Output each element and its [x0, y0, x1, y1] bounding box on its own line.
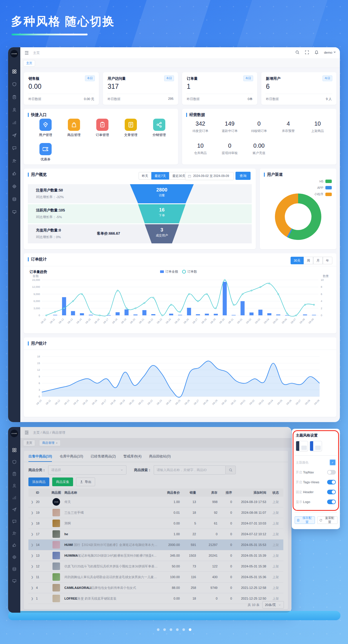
- chart-icon[interactable]: [12, 120, 17, 125]
- quick-entry-3[interactable]: 订单管理: [89, 119, 115, 137]
- tag-home[interactable]: 主页: [23, 440, 35, 446]
- app-logo[interactable]: crmeb: [10, 50, 18, 57]
- row-expand-icon[interactable]: ❯: [28, 597, 36, 600]
- carousel-dot-6[interactable]: [189, 628, 191, 631]
- export-button[interactable]: 导出: [76, 477, 95, 486]
- topnav-toggle[interactable]: [327, 470, 336, 475]
- save-config-button[interactable]: 保存配置: [295, 516, 315, 524]
- collapse-menu-icon[interactable]: [24, 430, 29, 435]
- shield-icon[interactable]: [12, 82, 17, 86]
- coins-icon[interactable]: [12, 567, 17, 571]
- theme-thumb-blue[interactable]: [310, 441, 322, 451]
- table-row[interactable]: ❯19三生三世手镯0.01189202024-08-06 11:07上架: [28, 507, 283, 518]
- coins-icon[interactable]: [12, 197, 17, 201]
- user-icon[interactable]: [12, 484, 17, 488]
- reset-config-button[interactable]: 重置配置: [317, 516, 338, 524]
- tab-in-stock[interactable]: 仓库中商品(10): [59, 451, 83, 462]
- carousel-dot-3[interactable]: [170, 628, 172, 631]
- range-month-button[interactable]: 月: [313, 257, 323, 264]
- row-expand-icon[interactable]: ❯: [28, 511, 36, 514]
- clipboard-icon[interactable]: [12, 472, 17, 476]
- close-icon[interactable]: ×: [56, 441, 57, 445]
- tagsviews-toggle[interactable]: [327, 480, 336, 484]
- carousel-dot-5[interactable]: [182, 628, 185, 631]
- quick-entry-1[interactable]: 用户管理: [32, 119, 59, 137]
- thumb-icon[interactable]: [12, 543, 17, 547]
- category-select[interactable]: 请选择: [48, 465, 126, 475]
- table-row[interactable]: ❯1LOFREE洛斐 奶茶无线蓝牙键鼠套装0.0018002021-12-25 …: [28, 593, 283, 604]
- row-expand-icon[interactable]: ❯: [28, 500, 36, 504]
- table-row[interactable]: ❯17he1.0022002024-07-12 10:12上架: [28, 529, 283, 540]
- userplus-icon[interactable]: [12, 531, 17, 536]
- breadcrumb-home[interactable]: 主页: [33, 431, 40, 434]
- quick-entry-4[interactable]: 文章管理: [118, 119, 144, 137]
- table-row[interactable]: ❯14HUWI 国行【2024款英特尔可选酷睿】金属笔记本电脑轻薄本大学生上..…: [28, 540, 283, 550]
- product-search-input[interactable]: [154, 465, 225, 475]
- monitor-icon[interactable]: [12, 210, 17, 214]
- collect-product-button[interactable]: 商品采集: [52, 477, 73, 486]
- chart-icon[interactable]: [12, 495, 17, 500]
- row-expand-icon[interactable]: ❯: [28, 576, 36, 579]
- table-row[interactable]: ❯20crmeb何天1.001399802024-08-19 17:53上架: [28, 497, 283, 507]
- breadcrumb[interactable]: 主页: [33, 51, 40, 55]
- show-logo-toggle[interactable]: [327, 500, 336, 504]
- carousel-dot-4[interactable]: [176, 628, 179, 631]
- theme-color-swatch[interactable]: ✓: [329, 459, 336, 466]
- range-week-button[interactable]: 周: [304, 257, 313, 264]
- search-icon[interactable]: [295, 50, 300, 55]
- quick-entry-5[interactable]: 分销管理: [146, 119, 172, 137]
- thumb-icon[interactable]: [12, 171, 17, 176]
- table-row[interactable]: ❯18测啊0.0056102024-07-31 10:03上架: [28, 518, 283, 529]
- breadcrumb[interactable]: 主页 / 商品 / 商品管理: [33, 430, 65, 435]
- search-button[interactable]: [225, 466, 236, 474]
- plane-icon[interactable]: [12, 507, 17, 512]
- range-year-button[interactable]: 年: [323, 257, 332, 264]
- carousel-dot-2[interactable]: [163, 628, 166, 631]
- row-expand-icon[interactable]: ❯: [28, 586, 36, 589]
- row-expand-icon[interactable]: ❯: [28, 533, 36, 536]
- tab-sold-out[interactable]: 已经售罄商品(2): [91, 451, 116, 462]
- table-row[interactable]: ❯13HUWIMA笔记本电脑2024新款14代酷睿标压英特尔酷睿i7独显4K超清…: [28, 550, 283, 561]
- user-menu[interactable]: demo: [324, 51, 336, 54]
- legend-item-miniapp[interactable]: 小程序: [314, 192, 332, 196]
- legend-order-count[interactable]: 订单数: [182, 269, 197, 274]
- row-expand-icon[interactable]: ❯: [28, 554, 36, 557]
- gear-icon[interactable]: [12, 184, 17, 189]
- carousel-dot-1[interactable]: [157, 628, 160, 631]
- monitor-icon[interactable]: [12, 579, 17, 583]
- chat-icon[interactable]: [12, 519, 17, 524]
- chat-icon[interactable]: [12, 146, 17, 150]
- row-expand-icon[interactable]: ❯: [28, 522, 36, 525]
- query-button[interactable]: 查询: [235, 172, 251, 180]
- row-expand-icon[interactable]: ❯: [28, 565, 36, 568]
- grid-icon[interactable]: [12, 69, 17, 74]
- fullscreen-icon[interactable]: [305, 50, 309, 55]
- clipboard-icon[interactable]: [12, 95, 17, 99]
- quick-entry-6[interactable]: 优惠券: [32, 143, 59, 162]
- gear-icon[interactable]: [12, 555, 17, 559]
- grid-icon[interactable]: [12, 448, 17, 452]
- quick-entry-2[interactable]: 商品管理: [61, 119, 87, 137]
- tag-home[interactable]: 主页: [23, 60, 35, 66]
- collapse-menu-icon[interactable]: [24, 50, 29, 55]
- fixed-header-toggle[interactable]: [327, 490, 336, 494]
- date-range-input[interactable]: 2024-09-02 至 2024-09-09: [185, 172, 234, 180]
- table-row[interactable]: ❯12仿真飞行20战斗飞机模型玩具积木拼装小颗粒立体3d拼插军事基地8836..…: [28, 561, 283, 572]
- legend-order-amount[interactable]: 订单金额: [160, 269, 178, 274]
- table-row[interactable]: ❯11尚韵跳舞仙人掌玩具会唱歌会说话的复读毛绒女孩男孩六一儿童节礼物100.00…: [28, 572, 283, 583]
- plane-icon[interactable]: [12, 133, 17, 138]
- add-product-button[interactable]: 添加商品: [28, 477, 49, 486]
- user-icon[interactable]: [12, 108, 17, 112]
- theme-thumb-dark[interactable]: [296, 441, 308, 451]
- tab-on-sale[interactable]: 出售中商品(10): [28, 451, 52, 462]
- legend-item-app[interactable]: APP: [317, 186, 332, 189]
- app-logo[interactable]: crmeb: [10, 430, 18, 437]
- shield-icon[interactable]: [12, 460, 17, 464]
- table-row[interactable]: ❯4CAMILA&KORALI品牌包包女包斜挎单肩小包女式88.00258974…: [28, 583, 283, 593]
- tab-recycle-bin[interactable]: 商品回收站(0): [149, 451, 171, 462]
- range-7days-button[interactable]: 最近7天: [151, 172, 169, 180]
- range-30d-button[interactable]: 30天: [291, 257, 304, 264]
- tab-alert-stock[interactable]: 警戒库存(4): [123, 451, 142, 462]
- page-size-select[interactable]: 20条/页: [262, 601, 284, 609]
- breadcrumb-goods[interactable]: 商品: [43, 431, 49, 434]
